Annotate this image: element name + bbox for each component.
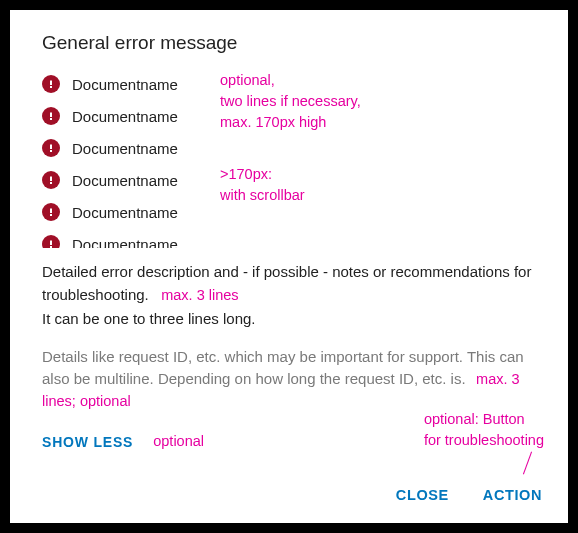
svg-rect-6 — [50, 177, 52, 182]
document-name: Documentname — [72, 108, 178, 125]
error-dialog: General error message DocumentnameDocume… — [10, 10, 568, 523]
close-button[interactable]: CLOSE — [384, 479, 461, 511]
description-line2: It can be one to three lines long. — [42, 310, 255, 327]
svg-rect-0 — [50, 81, 52, 86]
document-list-area: DocumentnameDocumentnameDocumentnameDocu… — [10, 68, 560, 248]
svg-rect-4 — [50, 145, 52, 150]
annotation-action-line — [523, 452, 532, 475]
document-name: Documentname — [72, 76, 178, 93]
document-row: Documentname — [42, 100, 560, 132]
error-icon — [42, 235, 60, 248]
error-icon — [42, 75, 60, 93]
svg-rect-1 — [50, 86, 52, 88]
error-icon — [42, 139, 60, 157]
document-row: Documentname — [42, 132, 560, 164]
annotation-desc: max. 3 lines — [161, 287, 238, 303]
annotation-toggle: optional — [153, 431, 204, 452]
support-text: Details like request ID, etc. which may … — [42, 348, 524, 388]
document-name: Documentname — [72, 204, 178, 221]
svg-rect-9 — [50, 214, 52, 216]
description-line1: Detailed error description and - if poss… — [42, 263, 531, 303]
document-row: Documentname — [42, 164, 560, 196]
document-row: Documentname — [42, 196, 560, 228]
error-icon — [42, 203, 60, 221]
dialog-actions: CLOSE ACTION — [384, 479, 554, 511]
svg-rect-10 — [50, 241, 52, 246]
support-wrap: Details like request ID, etc. which may … — [42, 346, 536, 412]
document-name: Documentname — [72, 172, 178, 189]
svg-rect-7 — [50, 182, 52, 184]
description-text: Detailed error description and - if poss… — [42, 260, 536, 330]
svg-rect-3 — [50, 118, 52, 120]
svg-rect-5 — [50, 150, 52, 152]
document-name: Documentname — [72, 140, 178, 157]
error-icon — [42, 171, 60, 189]
description-block: Detailed error description and - if poss… — [10, 248, 568, 330]
document-row: Documentname — [42, 228, 560, 248]
support-block: Details like request ID, etc. which may … — [10, 330, 568, 412]
dialog-title: General error message — [10, 32, 568, 68]
action-button[interactable]: ACTION — [471, 479, 554, 511]
document-row: Documentname — [42, 68, 560, 100]
document-name: Documentname — [72, 236, 178, 249]
document-list[interactable]: DocumentnameDocumentnameDocumentnameDocu… — [10, 68, 560, 248]
svg-rect-2 — [50, 113, 52, 118]
error-icon — [42, 107, 60, 125]
svg-rect-8 — [50, 209, 52, 214]
toggle-row: SHOW LESS optional — [10, 412, 568, 454]
show-less-button[interactable]: SHOW LESS — [42, 430, 133, 454]
